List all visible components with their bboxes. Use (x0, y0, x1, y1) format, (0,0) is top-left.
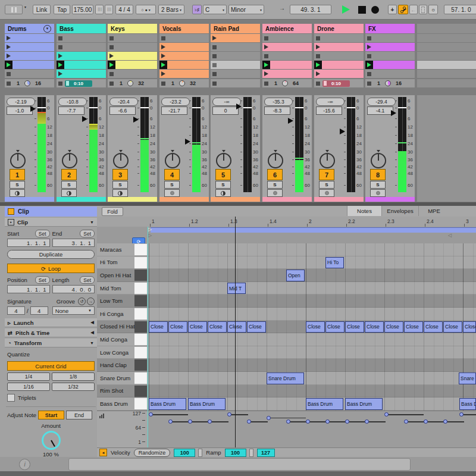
randomize-amount-handle[interactable] (198, 449, 202, 457)
clip-slot[interactable] (57, 52, 106, 60)
playing-icon[interactable] (314, 61, 322, 69)
quantization-menu[interactable]: 2 Bars▾ (158, 5, 184, 14)
clip-start-field[interactable]: 1. 1. 1 (7, 239, 50, 247)
midi-note[interactable]: Close (149, 321, 168, 333)
peak-level-field[interactable]: -2.19 (7, 98, 35, 106)
clip-slot-playing[interactable] (57, 61, 106, 69)
drum-key-cell[interactable] (134, 334, 147, 345)
clip-play-icon[interactable] (58, 71, 62, 76)
clip-slot-empty[interactable] (108, 34, 157, 42)
clip-slot[interactable] (262, 70, 312, 78)
midi-note[interactable]: Bass Drum (459, 398, 476, 410)
playing-icon[interactable] (159, 61, 167, 69)
volume-fader-handle[interactable] (133, 117, 139, 123)
clip-slot-empty[interactable] (211, 43, 260, 51)
set-end-button[interactable]: Set (80, 230, 95, 237)
clip-play-icon[interactable] (7, 54, 11, 58)
clip-stop-button[interactable] (367, 82, 371, 86)
clip-slot[interactable] (5, 34, 54, 42)
velocity-marker[interactable] (384, 412, 389, 416)
track-activator-button[interactable]: 8 (370, 169, 386, 180)
midi-note[interactable]: Close (188, 321, 207, 333)
velocity-marker[interactable] (208, 419, 212, 424)
tab-envelopes[interactable]: Envelopes (381, 206, 418, 216)
link-button[interactable]: Link (33, 5, 51, 14)
peak-level-field[interactable]: -23.2 (161, 98, 190, 106)
playing-icon[interactable] (262, 61, 270, 69)
time-signature-field[interactable]: 4 / 4 (115, 5, 133, 14)
clip-slot-empty[interactable] (108, 70, 157, 78)
clip-slot[interactable] (314, 70, 364, 78)
loop-bar[interactable]: ▷ (97, 227, 476, 233)
peak-level-field[interactable]: -20.4 (109, 98, 138, 106)
velocity-marker[interactable] (267, 416, 271, 420)
signature-numerator-field[interactable]: 4 (7, 306, 25, 315)
clip-stop-button[interactable] (316, 82, 320, 86)
chevron-down-icon[interactable]: ▼ (90, 220, 94, 224)
metronome-button[interactable]: ○ ●▾ (136, 5, 156, 14)
solo-button[interactable]: S (61, 181, 77, 189)
arm-monitor-button[interactable] (267, 189, 283, 197)
midi-note[interactable]: Bass Drum (188, 398, 226, 410)
loop-position-field[interactable]: 1. 1. 1 (7, 285, 50, 293)
pitch-time-section-header[interactable]: ⇄ Pitch & Time ◀ (5, 328, 97, 337)
clip-play-icon[interactable] (109, 54, 114, 58)
clip-play-icon[interactable] (316, 71, 320, 76)
track-header-bass[interactable]: Bass (57, 24, 106, 33)
volume-field[interactable]: -6.6 (109, 107, 136, 115)
midi-note[interactable]: Snare Drum (267, 372, 304, 384)
pan-knob[interactable] (371, 153, 386, 168)
clip-slot[interactable] (159, 52, 209, 60)
playing-icon[interactable] (365, 61, 373, 69)
ramp-handle[interactable] (249, 449, 253, 457)
quantize-1-4-button[interactable]: 1/4 (7, 372, 50, 381)
clip-section-header[interactable]: ▸ Clip ▼ (5, 218, 97, 227)
clip-stop-button[interactable] (264, 82, 268, 86)
drum-key-cell[interactable] (134, 244, 147, 255)
groove-hotswap-icon[interactable]: ↺ (78, 298, 86, 305)
clip-color-swatch-icon[interactable] (8, 208, 14, 215)
fold-button[interactable]: Fold (102, 207, 123, 216)
clip-slot-empty[interactable] (57, 43, 106, 51)
pan-knob[interactable] (268, 153, 283, 168)
pan-knob[interactable] (216, 153, 231, 168)
midi-note[interactable]: Hi To (325, 257, 344, 269)
drum-key-cell[interactable] (134, 321, 147, 333)
loop-switch-button[interactable]: ○ (428, 5, 438, 14)
clip-slot-playing[interactable] (108, 61, 157, 69)
arm-monitor-button[interactable] (319, 189, 334, 197)
amount-knob[interactable] (42, 431, 61, 450)
volume-field[interactable]: -7.7 (58, 107, 84, 115)
status-text-field[interactable] (68, 458, 411, 471)
solo-button[interactable]: S (370, 181, 386, 189)
track-header-drums[interactable]: Drums▼ (5, 24, 54, 33)
current-grid-button[interactable]: Current Grid (7, 361, 95, 371)
volume-fader-handle[interactable] (30, 106, 36, 112)
clip-slot-empty[interactable] (211, 52, 260, 60)
clip-slot[interactable] (5, 43, 54, 51)
clip-slot[interactable] (159, 70, 209, 78)
velocity-marker[interactable] (459, 412, 464, 416)
velocity-marker[interactable] (286, 419, 290, 424)
volume-field[interactable]: -8.3 (264, 107, 290, 115)
midi-note[interactable]: Close (345, 321, 364, 333)
new-midi-clip-button[interactable]: + (388, 5, 397, 14)
clip-slot-empty[interactable] (314, 34, 364, 42)
midi-note[interactable]: Open (286, 270, 305, 281)
volume-field[interactable]: -1.0 (7, 107, 33, 115)
playing-icon[interactable] (57, 61, 64, 69)
volume-fader-handle[interactable] (391, 110, 396, 116)
velocity-marker[interactable] (149, 412, 153, 416)
clip-play-icon[interactable] (58, 54, 62, 58)
ramp-start-field[interactable]: 100 (225, 449, 246, 457)
clip-stop-button[interactable] (161, 82, 165, 86)
velocity-marker[interactable] (424, 419, 428, 424)
pan-knob[interactable] (10, 153, 26, 168)
solo-button[interactable]: S (112, 181, 128, 189)
adjust-start-button[interactable]: Start (38, 411, 64, 419)
midi-note[interactable]: Close (325, 321, 345, 333)
tap-tempo-button[interactable]: Tap (54, 5, 70, 14)
key-root-menu[interactable]: C▾ (203, 5, 227, 14)
track-activator-button[interactable]: 1 (10, 169, 25, 180)
midi-note[interactable]: Close (443, 321, 462, 333)
